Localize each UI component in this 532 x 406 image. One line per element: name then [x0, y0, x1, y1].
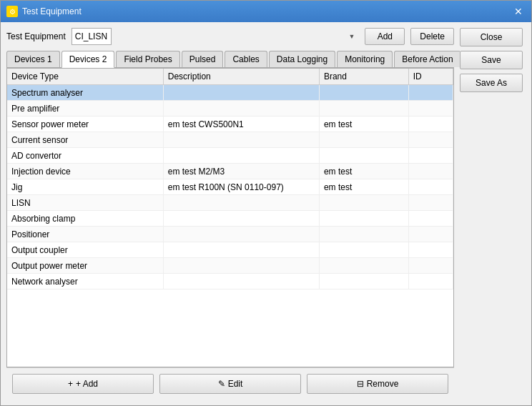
table-body: Spectrum analyser Pre amplifier Sensor p…	[7, 85, 453, 289]
cell-device-type: Positioner	[7, 227, 163, 242]
cell-device-type: Pre amplifier	[7, 101, 163, 117]
devices-table: Device Type Description Brand ID Spectru…	[7, 69, 453, 289]
table-row[interactable]: Pre amplifier	[7, 101, 453, 117]
tab-cables[interactable]: Cables	[225, 51, 267, 67]
cell-device-type: Output power meter	[7, 258, 163, 274]
tab-field-probes[interactable]: Field Probes	[116, 51, 179, 67]
add-row-label: + Add	[76, 379, 98, 389]
table-row[interactable]: Output power meter	[7, 258, 453, 274]
cell-id	[408, 258, 453, 274]
cell-id	[408, 274, 453, 289]
cell-description	[163, 242, 319, 258]
table-row[interactable]: Absorbing clamp	[7, 211, 453, 227]
tab-devices1[interactable]: Devices 1	[6, 51, 60, 67]
left-panel: Test Equipment CI_LISN Add Delete Device…	[1, 22, 460, 405]
save-as-button[interactable]: Save As	[460, 74, 523, 92]
cell-id	[408, 132, 453, 148]
toolbar-row: Test Equipment CI_LISN Add Delete	[6, 28, 454, 45]
cell-id	[408, 179, 453, 195]
cell-id	[408, 211, 453, 227]
table-row[interactable]: Spectrum analyser	[7, 85, 453, 101]
tab-monitoring[interactable]: Monitoring	[337, 51, 393, 67]
table-row[interactable]: Injection device em test M2/M3 em test	[7, 164, 453, 179]
cell-device-type: Jig	[7, 179, 163, 195]
add-icon: +	[68, 379, 73, 389]
tab-before-action[interactable]: Before Action	[394, 51, 460, 67]
cell-device-type: Output coupler	[7, 242, 163, 258]
cell-description	[163, 258, 319, 274]
tab-devices2[interactable]: Devices 2	[61, 51, 115, 68]
tab-pulsed[interactable]: Pulsed	[182, 51, 224, 67]
cell-brand	[319, 211, 408, 227]
bottom-bar: + + Add ✎ Edit ⊟ Remove	[6, 367, 454, 400]
equipment-dropdown[interactable]: CI_LISN	[72, 28, 112, 45]
cell-brand	[319, 274, 408, 289]
cell-brand	[319, 85, 408, 101]
cell-brand: em test	[319, 164, 408, 179]
window-title: Test Equipment	[22, 6, 82, 16]
cell-id	[408, 117, 453, 132]
cell-device-type: Spectrum analyser	[7, 85, 163, 101]
table-row[interactable]: Sensor power meter em test CWS500N1 em t…	[7, 117, 453, 132]
table-row[interactable]: LISN	[7, 195, 453, 211]
cell-brand: em test	[319, 117, 408, 132]
cell-brand	[319, 148, 408, 164]
edit-row-button[interactable]: ✎ Edit	[159, 374, 301, 394]
cell-brand	[319, 101, 408, 117]
table-row[interactable]: AD convertor	[7, 148, 453, 164]
cell-description: em test M2/M3	[163, 164, 319, 179]
cell-description	[163, 195, 319, 211]
cell-description	[163, 274, 319, 289]
cell-id	[408, 101, 453, 117]
cell-id	[408, 242, 453, 258]
cell-description	[163, 211, 319, 227]
cell-device-type: Network analyser	[7, 274, 163, 289]
remove-row-label: Remove	[367, 379, 399, 389]
table-row[interactable]: Output coupler	[7, 242, 453, 258]
cell-device-type: Current sensor	[7, 132, 163, 148]
titlebar: ⚙ Test Equipment ✕	[1, 1, 531, 22]
titlebar-left: ⚙ Test Equipment	[6, 6, 82, 17]
cell-description	[163, 227, 319, 242]
edit-icon: ✎	[218, 379, 225, 389]
edit-row-label: Edit	[228, 379, 243, 389]
add-equipment-button[interactable]: Add	[365, 28, 405, 45]
tabs-row: Devices 1 Devices 2 Field Probes Pulsed …	[6, 51, 454, 68]
table-row[interactable]: Jig em test R100N (SN 0110-097) em test	[7, 179, 453, 195]
cell-description	[163, 101, 319, 117]
cell-device-type: Injection device	[7, 164, 163, 179]
table-row[interactable]: Positioner	[7, 227, 453, 242]
window-close-button[interactable]: ✕	[511, 4, 526, 19]
tab-data-logging[interactable]: Data Logging	[269, 51, 335, 67]
cell-device-type: AD convertor	[7, 148, 163, 164]
cell-device-type: LISN	[7, 195, 163, 211]
cell-description	[163, 85, 319, 101]
equipment-dropdown-wrapper: CI_LISN	[72, 28, 360, 45]
cell-description	[163, 132, 319, 148]
cell-id	[408, 148, 453, 164]
header-id: ID	[408, 69, 453, 85]
close-button[interactable]: Close	[460, 28, 523, 46]
cell-device-type: Absorbing clamp	[7, 211, 163, 227]
main-content: Test Equipment CI_LISN Add Delete Device…	[1, 22, 531, 405]
table-row[interactable]: Network analyser	[7, 274, 453, 289]
cell-description: em test R100N (SN 0110-097)	[163, 179, 319, 195]
save-button[interactable]: Save	[460, 51, 523, 69]
toolbar-label: Test Equipment	[6, 31, 66, 41]
table-header-row: Device Type Description Brand ID	[7, 69, 453, 85]
remove-row-button[interactable]: ⊟ Remove	[307, 374, 448, 394]
table-row[interactable]: Current sensor	[7, 132, 453, 148]
remove-icon: ⊟	[357, 379, 364, 389]
header-device-type: Device Type	[7, 69, 163, 85]
add-row-button[interactable]: + + Add	[12, 374, 154, 394]
cell-brand: em test	[319, 179, 408, 195]
delete-equipment-button[interactable]: Delete	[410, 28, 454, 45]
cell-description: em test CWS500N1	[163, 117, 319, 132]
cell-brand	[319, 195, 408, 211]
cell-description	[163, 148, 319, 164]
cell-brand	[319, 242, 408, 258]
cell-id	[408, 85, 453, 101]
main-window: ⚙ Test Equipment ✕ Test Equipment CI_LIS…	[0, 0, 532, 406]
header-description: Description	[163, 69, 319, 85]
right-panel: Close Save Save As	[460, 22, 531, 405]
